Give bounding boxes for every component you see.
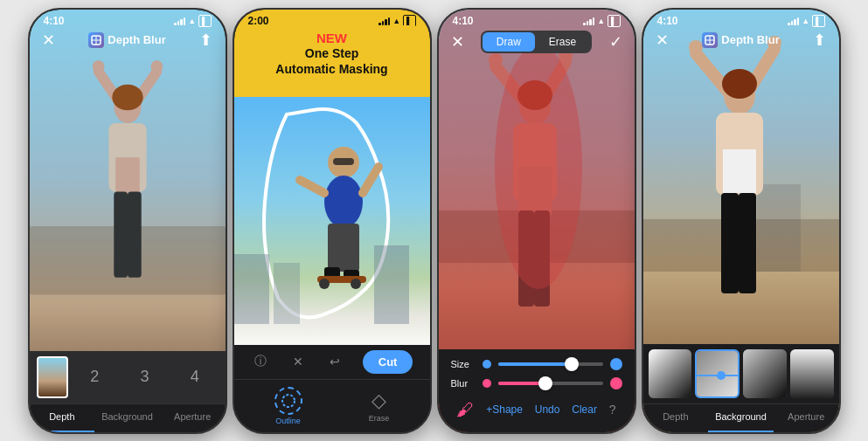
blur-track[interactable] bbox=[498, 382, 603, 385]
segmented-control: Draw Erase bbox=[481, 31, 592, 53]
thumbnail-3[interactable]: 4 bbox=[171, 368, 218, 386]
status-bar-1: 4:10 ▲ ▌ bbox=[30, 10, 226, 29]
bottom-panel-1: 2 3 4 Depth Background Aperture bbox=[30, 351, 226, 432]
app-title-1: Depth Blur bbox=[88, 32, 165, 48]
size-slider-row: Size bbox=[451, 358, 622, 370]
svg-line-20 bbox=[363, 167, 378, 193]
blur-dot-large bbox=[610, 377, 622, 389]
signal-icon-4 bbox=[788, 17, 799, 25]
svg-rect-17 bbox=[333, 158, 354, 165]
tab-aperture-1[interactable]: Aperture bbox=[160, 404, 226, 432]
brush-icon[interactable]: 🖌 bbox=[456, 400, 474, 420]
status-time-1: 4:10 bbox=[44, 15, 65, 27]
signal-icon-3 bbox=[583, 17, 594, 25]
svg-point-26 bbox=[351, 279, 361, 289]
depth-thumb-1[interactable] bbox=[649, 349, 692, 398]
size-thumb[interactable] bbox=[565, 357, 579, 371]
svg-point-44 bbox=[495, 45, 582, 289]
svg-point-64 bbox=[717, 371, 726, 380]
phone-2: 2:00 ▲ ▌ NEW One StepAutomatic Masking bbox=[233, 8, 432, 434]
depth-thumb-2[interactable] bbox=[695, 349, 739, 398]
phone-4: 4:10 ▲ ▌ ✕ bbox=[642, 8, 841, 434]
wifi-icon-1: ▲ bbox=[188, 17, 196, 25]
svg-rect-57 bbox=[739, 193, 756, 293]
share-button-1[interactable]: ⬆ bbox=[199, 31, 212, 50]
status-icons-4: ▲ ▌ bbox=[788, 15, 824, 27]
draw-erase-header: ✕ Draw Erase ✓ bbox=[439, 29, 635, 55]
phone3-bottom: Size Blur bbox=[439, 349, 635, 432]
battery-icon-3: ▌ bbox=[608, 15, 620, 27]
close-button-3[interactable]: ✕ bbox=[451, 32, 464, 52]
wifi-icon-3: ▲ bbox=[597, 17, 605, 25]
status-icons-3: ▲ ▌ bbox=[583, 15, 620, 27]
svg-rect-56 bbox=[721, 193, 739, 293]
svg-rect-61 bbox=[649, 349, 692, 398]
svg-point-18 bbox=[324, 176, 363, 228]
depth-tabs-4: Depth Background Aperture bbox=[643, 403, 839, 432]
phone-3: 4:10 ▲ ▌ ✕ Draw Erase bbox=[437, 8, 636, 434]
status-bar-4: 4:10 ▲ ▌ bbox=[643, 10, 839, 29]
app-logo-4 bbox=[702, 32, 718, 48]
tab-depth-4[interactable]: Depth bbox=[643, 404, 709, 432]
thumbnails-row-1: 2 3 4 bbox=[30, 351, 226, 403]
x-button-2[interactable]: ✕ bbox=[289, 351, 307, 372]
clear-button[interactable]: Clear bbox=[572, 403, 597, 416]
signal-icon-1 bbox=[174, 17, 185, 25]
svg-point-30 bbox=[282, 395, 295, 407]
info-button-2[interactable]: ⓘ bbox=[251, 350, 270, 373]
erase-tool[interactable]: ◇ Erase bbox=[369, 389, 390, 423]
blur-thumb[interactable] bbox=[538, 376, 552, 390]
depth-panel-4: Depth Background Aperture bbox=[643, 344, 839, 432]
svg-point-25 bbox=[319, 279, 330, 289]
undo-button-3[interactable]: Undo bbox=[535, 403, 560, 416]
size-track[interactable] bbox=[498, 362, 603, 366]
svg-rect-21 bbox=[328, 224, 359, 272]
app-header-4: ✕ Depth Blur ⬆ bbox=[643, 27, 839, 53]
blur-slider-row: Blur bbox=[451, 377, 622, 389]
blur-dot bbox=[483, 379, 491, 388]
depth-thumb-3[interactable] bbox=[743, 349, 787, 398]
masking-text: One StepAutomatic Masking bbox=[250, 45, 414, 77]
undo-button-2[interactable]: ↩ bbox=[326, 351, 344, 372]
help-button[interactable]: ? bbox=[609, 403, 616, 417]
erase-button[interactable]: Erase bbox=[535, 32, 590, 52]
phone2-bottom: ⓘ ✕ ↩ Cut Outline ◇ Erase bbox=[234, 345, 430, 432]
depth-thumbnails bbox=[643, 344, 839, 403]
masking-badge: NEW One StepAutomatic Masking bbox=[241, 25, 423, 82]
phone2-toolbar: ⓘ ✕ ↩ Cut bbox=[234, 345, 430, 379]
shape-button[interactable]: +Shape bbox=[486, 403, 523, 416]
close-button-1[interactable]: ✕ bbox=[42, 31, 55, 50]
app-title-4: Depth Blur bbox=[702, 32, 779, 48]
tab-aperture-4[interactable]: Aperture bbox=[774, 404, 839, 432]
status-time-3: 4:10 bbox=[453, 15, 474, 27]
share-button-4[interactable]: ⬆ bbox=[813, 31, 826, 50]
svg-rect-47 bbox=[757, 184, 801, 272]
brush-controls: 🖌 +Shape Undo Clear ? bbox=[451, 396, 622, 424]
thumbnail-0[interactable] bbox=[37, 356, 68, 398]
size-fill bbox=[498, 362, 572, 366]
tab-background-1[interactable]: Background bbox=[94, 404, 160, 432]
erase-label: Erase bbox=[369, 414, 390, 423]
phone-1: 4:10 ▲ ▌ ✕ bbox=[28, 8, 227, 434]
thumbnail-2[interactable]: 3 bbox=[122, 368, 168, 386]
close-button-4[interactable]: ✕ bbox=[656, 31, 669, 50]
tab-depth-1[interactable]: Depth bbox=[30, 404, 95, 432]
svg-point-53 bbox=[722, 69, 757, 99]
status-icons-1: ▲ ▌ bbox=[174, 15, 211, 27]
thumbnail-1[interactable]: 2 bbox=[72, 368, 118, 386]
draw-button[interactable]: Draw bbox=[483, 32, 535, 52]
app-title-text-4: Depth Blur bbox=[721, 33, 779, 46]
app-title-text-1: Depth Blur bbox=[108, 33, 165, 46]
outline-tool[interactable]: Outline bbox=[274, 387, 302, 425]
cut-button[interactable]: Cut bbox=[363, 350, 413, 374]
size-label: Size bbox=[451, 359, 476, 369]
size-dot-large bbox=[610, 358, 622, 370]
tab-background-4[interactable]: Background bbox=[708, 404, 774, 432]
outline-label: Outline bbox=[275, 417, 301, 425]
outline-icon bbox=[274, 387, 302, 415]
wifi-icon-4: ▲ bbox=[802, 17, 809, 25]
wifi-icon-2: ▲ bbox=[392, 17, 400, 25]
confirm-button-3[interactable]: ✓ bbox=[609, 32, 622, 52]
svg-rect-27 bbox=[234, 254, 269, 324]
depth-thumb-4[interactable] bbox=[790, 349, 834, 398]
